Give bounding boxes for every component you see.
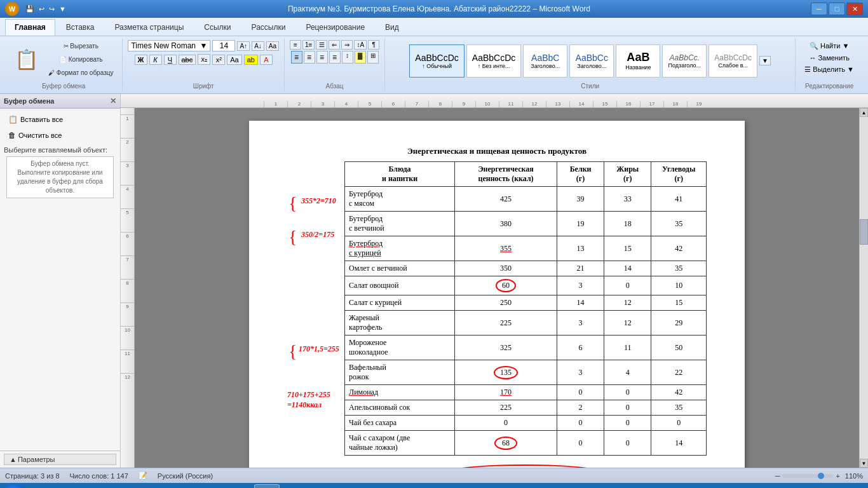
taskbar-chrome[interactable]: 🌐 <box>114 484 140 488</box>
tab-references[interactable]: Ссылки <box>194 19 240 36</box>
font-name-selector[interactable]: Times New Roman▼ <box>128 40 210 51</box>
font-size-selector[interactable]: 14 <box>212 40 235 51</box>
italic-button[interactable]: К <box>149 55 162 65</box>
show-formatting-button[interactable]: ¶ <box>368 40 379 50</box>
sort-button[interactable]: ↕A <box>354 40 367 50</box>
taskbar-box[interactable]: 📦 <box>198 484 224 488</box>
multilevel-list-button[interactable]: ☰ <box>316 40 327 50</box>
vertical-scrollbar[interactable]: ▲ ▼ <box>859 108 868 468</box>
style-title[interactable]: АаВ Название <box>616 44 660 78</box>
tab-mailings[interactable]: Рассылки <box>242 19 295 36</box>
ruler-mark: 16 <box>616 101 640 107</box>
undo-button[interactable]: ↩ <box>37 4 46 15</box>
align-right-button[interactable]: ≡ <box>316 51 328 64</box>
start-button[interactable]: 🪟 <box>3 484 28 488</box>
taskbar-yandex-y[interactable]: Y <box>58 484 84 488</box>
tab-layout[interactable]: Разметка страницы <box>105 19 193 36</box>
bullets-button[interactable]: ≡ <box>290 40 301 50</box>
paste-button[interactable]: 📋 <box>10 42 42 78</box>
shading-button[interactable]: ▓ <box>355 51 366 64</box>
paste-all-button[interactable]: 📋 Вставить все <box>4 112 116 126</box>
scroll-up-button[interactable]: ▲ <box>860 108 868 117</box>
ruler-mark: 13 <box>546 101 569 107</box>
ribbon-group-paragraph: ≡ 1≡ ☰ ⇐ ⇒ ↕A ¶ ≡ ≡ ≡ ≡ ↕ ▓ ⊞ Абзац <box>285 39 385 91</box>
numbering-button[interactable]: 1≡ <box>302 40 315 50</box>
taskbar-files[interactable]: 📁 <box>86 484 112 488</box>
dish-name: Бутербродс мясом <box>345 187 455 212</box>
bold-button[interactable]: Ж <box>135 55 147 65</box>
taskbar-yandex[interactable]: 🦊 <box>31 484 56 488</box>
style-normal[interactable]: AaBbCcDc ↑ Обычный <box>409 44 464 78</box>
col-header-protein: Белки(г) <box>557 162 604 187</box>
minimize-button[interactable]: ─ <box>811 3 827 15</box>
font-color-button[interactable]: А <box>260 55 273 65</box>
redo-button[interactable]: ↪ <box>48 4 56 15</box>
tab-view[interactable]: Вид <box>376 19 409 36</box>
select-button[interactable]: ☰ Выделить ▼ <box>801 64 858 76</box>
clipboard-panel-header: Буфер обмена ✕ <box>0 94 120 109</box>
zoom-in-button[interactable]: + <box>836 472 839 480</box>
align-left-button[interactable]: ≡ <box>291 51 302 64</box>
energy-val: 250 <box>455 295 557 311</box>
taskbar: 🪟 🦊 Y 📁 🌐 📞 🟣 📦 📷 📝 🖥 ▲ 🔊 📶 RU 20:19 09.… <box>0 483 868 488</box>
style-subtle-emphasis[interactable]: AaBbCcDc Слабое в... <box>709 44 757 78</box>
borders-button[interactable]: ⊞ <box>367 51 379 64</box>
customize-button[interactable]: ▼ <box>58 4 67 14</box>
line-spacing-button[interactable]: ↕ <box>342 51 353 64</box>
scroll-down-button[interactable]: ▼ <box>860 459 868 468</box>
copy-button[interactable]: 📄 Копировать <box>44 53 117 65</box>
tab-insert[interactable]: Вставка <box>57 19 104 36</box>
clear-format-button[interactable]: Aa <box>266 41 279 51</box>
subscript-button[interactable]: x₂ <box>198 54 210 65</box>
protein-val: 21 <box>557 261 604 276</box>
quick-access-toolbar: 💾 ↩ ↪ ▼ <box>24 4 67 15</box>
style-heading1[interactable]: AaBbC Заголово... <box>523 44 567 78</box>
strikethrough-button[interactable]: abc <box>179 55 196 65</box>
decrease-font-button[interactable]: A↓ <box>252 41 264 51</box>
zoom-out-button[interactable]: ─ <box>775 472 780 480</box>
close-button[interactable]: ✕ <box>846 3 863 15</box>
find-button[interactable]: 🔍 Найти ▼ <box>806 40 853 52</box>
cut-button[interactable]: ✂ Вырезать <box>44 40 117 52</box>
taskbar-viber[interactable]: 📞 <box>142 484 168 488</box>
justify-button[interactable]: ≡ <box>329 51 341 64</box>
increase-indent-button[interactable]: ⇒ <box>341 40 353 50</box>
increase-font-button[interactable]: A↑ <box>237 41 250 51</box>
style-no-spacing[interactable]: AaBbCcDc ↑ Без инте... <box>466 44 521 78</box>
style-subtitle[interactable]: AaBbCc. Подзаголо... <box>662 44 707 78</box>
text-effects-button[interactable]: Aа <box>227 55 241 65</box>
office-button[interactable]: W <box>5 2 19 16</box>
tab-review[interactable]: Рецензирование <box>296 19 374 36</box>
carbs-val: 14 <box>651 431 707 456</box>
align-center-button[interactable]: ≡ <box>304 51 315 64</box>
save-button[interactable]: 💾 <box>24 4 36 15</box>
page-area[interactable]: Энергетическая и пищевая ценность продук… <box>135 108 859 468</box>
ribbon-group-styles: AaBbCcDc ↑ Обычный AaBbCcDc ↑ Без инте..… <box>385 39 796 91</box>
underline-button[interactable]: Ч <box>164 55 177 65</box>
zoom-track[interactable] <box>782 474 833 478</box>
decrease-indent-button[interactable]: ⇐ <box>329 40 340 50</box>
clear-all-button[interactable]: 🗑 Очистить все <box>4 128 116 142</box>
energy-val: 68 <box>455 431 557 456</box>
replace-button[interactable]: ↔ Заменить <box>805 52 853 64</box>
format-painter-button[interactable]: 🖌 Формат по образцу <box>44 67 117 79</box>
scroll-track[interactable] <box>860 117 868 459</box>
carbs-val: 29 <box>651 311 707 336</box>
taskbar-zoom[interactable]: 📷 <box>226 484 252 488</box>
zoom-slider[interactable]: ─ + <box>775 472 840 480</box>
ribbon-group-font: Times New Roman▼ 14 A↑ A↓ Aa Ж К Ч abc x… <box>123 39 285 91</box>
taskbar-app1[interactable]: 🟣 <box>170 484 196 488</box>
maximize-button[interactable]: □ <box>829 3 845 15</box>
params-button[interactable]: ▲ Параметры <box>4 454 116 465</box>
ruler-v-mark: 1 <box>121 114 134 138</box>
tab-home[interactable]: Главная <box>5 19 55 36</box>
highlight-button[interactable]: ab <box>244 55 258 65</box>
taskbar-word[interactable]: 📝 <box>254 484 280 488</box>
style-heading2[interactable]: AaBbCc Заголово... <box>569 44 614 78</box>
protein-val: 0 <box>557 431 604 456</box>
scroll-thumb[interactable] <box>860 219 868 245</box>
clipboard-panel-close[interactable]: ✕ <box>110 97 116 105</box>
taskbar-ppt[interactable]: 🖥 <box>282 484 308 488</box>
styles-more-button[interactable]: ▼ <box>759 56 771 65</box>
superscript-button[interactable]: x² <box>212 55 225 65</box>
